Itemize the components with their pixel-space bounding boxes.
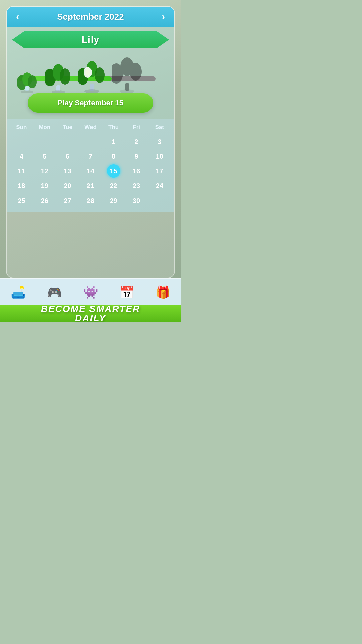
cal-day-20[interactable]: 20 [61, 179, 74, 193]
cal-day-6[interactable]: 6 [61, 150, 74, 163]
nav-bar: 🛋️🎮👾📅🎁 [0, 278, 181, 305]
day-name-fri: Fri [125, 123, 148, 132]
plant-section: Lily Play September 15 [7, 27, 174, 119]
bottom-banner: BECOME SMARTER DAILY [0, 305, 181, 322]
cal-day-22[interactable]: 22 [107, 179, 120, 193]
cal-day-10[interactable]: 10 [153, 150, 166, 163]
bottom-nav: 🛋️🎮👾📅🎁 BECOME SMARTER DAILY [0, 278, 181, 322]
cal-empty [84, 135, 97, 148]
calendar-day-names: SunMonTueWedThuFriSat [10, 123, 171, 132]
cal-day-26[interactable]: 26 [38, 194, 51, 207]
nav-icon-calendar[interactable]: 📅 [119, 285, 134, 300]
cal-day-4[interactable]: 4 [15, 150, 28, 163]
svg-point-12 [95, 67, 105, 83]
cal-day-9[interactable]: 9 [130, 150, 143, 163]
svg-point-16 [84, 89, 99, 93]
cal-day-7[interactable]: 7 [84, 150, 97, 163]
cal-day-19[interactable]: 19 [38, 179, 51, 193]
bottom-banner-text2: DAILY [41, 314, 140, 322]
cal-day-18[interactable]: 18 [15, 179, 28, 193]
cal-empty [61, 135, 74, 148]
cal-day-15[interactable]: 15 [107, 164, 120, 178]
plant-banner: Lily [12, 31, 169, 48]
plant-stage-2 [45, 59, 72, 93]
svg-point-7 [60, 68, 70, 85]
cal-empty [38, 135, 51, 148]
plant-stages [15, 52, 166, 95]
svg-point-4 [21, 90, 33, 93]
play-button[interactable]: Play September 15 [28, 93, 153, 113]
cal-day-28[interactable]: 28 [84, 194, 97, 207]
day-name-sat: Sat [148, 123, 171, 132]
cal-day-30[interactable]: 30 [130, 194, 143, 207]
svg-point-2 [28, 75, 37, 88]
cal-day-3[interactable]: 3 [153, 135, 166, 148]
calendar-grid: 1234567891011121314151617181920212223242… [10, 135, 171, 207]
day-name-mon: Mon [33, 123, 56, 132]
svg-rect-3 [25, 86, 29, 91]
cal-day-17[interactable]: 17 [153, 164, 166, 178]
next-month-button[interactable]: › [159, 11, 168, 22]
cal-empty [153, 194, 166, 207]
day-name-wed: Wed [79, 123, 102, 132]
cal-day-14[interactable]: 14 [84, 164, 97, 178]
calendar-section: SunMonTueWedThuFriSat 123456789101112131… [7, 119, 174, 212]
plant-name-ribbon: Lily [12, 31, 169, 48]
main-card: ‹ September 2022 › Lily Play September 1… [6, 6, 175, 278]
cal-day-5[interactable]: 5 [38, 150, 51, 163]
cal-day-1[interactable]: 1 [107, 135, 120, 148]
day-name-sun: Sun [10, 123, 33, 132]
bottom-banner-text1: BECOME SMARTER [41, 305, 140, 314]
cal-day-25[interactable]: 25 [15, 194, 28, 207]
day-name-tue: Tue [56, 123, 79, 132]
cal-day-29[interactable]: 29 [107, 194, 120, 207]
cal-day-24[interactable]: 24 [153, 179, 166, 193]
nav-icon-arcade[interactable]: 👾 [83, 285, 98, 300]
cal-day-2[interactable]: 2 [130, 135, 143, 148]
cal-day-21[interactable]: 21 [84, 179, 97, 193]
nav-icon-home[interactable]: 🛋️ [11, 285, 26, 300]
nav-icon-play[interactable]: 🎮 [47, 285, 62, 300]
cal-day-16[interactable]: 16 [130, 164, 143, 178]
cal-day-27[interactable]: 27 [61, 194, 74, 207]
nav-icon-gifts[interactable]: 🎁 [156, 285, 171, 300]
svg-point-9 [52, 90, 65, 93]
month-year-title: September 2022 [57, 12, 124, 22]
cal-empty [15, 135, 28, 148]
plant-stage-3 [78, 56, 106, 93]
cal-day-11[interactable]: 11 [15, 164, 28, 178]
svg-point-21 [120, 89, 134, 93]
prev-month-button[interactable]: ‹ [13, 11, 22, 22]
plant-stage-1 [15, 62, 39, 93]
plant-progress-row [15, 52, 166, 89]
cal-day-8[interactable]: 8 [107, 150, 120, 163]
svg-point-19 [130, 63, 142, 81]
day-name-thu: Thu [102, 123, 125, 132]
cal-day-12[interactable]: 12 [38, 164, 51, 178]
cal-day-23[interactable]: 23 [130, 179, 143, 193]
svg-point-14 [85, 69, 90, 76]
calendar-header: ‹ September 2022 › [7, 7, 174, 27]
plant-stage-4 [112, 55, 142, 93]
cal-day-13[interactable]: 13 [61, 164, 74, 178]
